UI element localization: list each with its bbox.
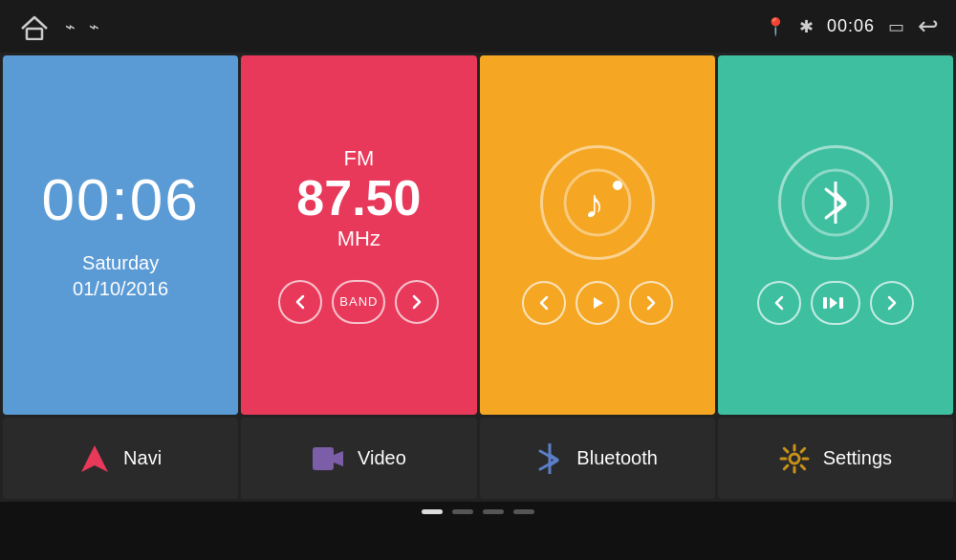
svg-rect-9 — [839, 297, 843, 309]
bluetooth-controls — [757, 281, 914, 325]
nav-settings-label: Settings — [823, 447, 892, 469]
music-prev-button[interactable] — [522, 281, 566, 325]
music-card[interactable]: ♪ — [480, 55, 715, 415]
nav-settings[interactable]: Settings — [718, 418, 953, 499]
bluetooth-status-icon: ✱ — [799, 16, 814, 37]
main-content: 00:06 Saturday 01/10/2016 FM 87.50 MHz B… — [0, 53, 956, 502]
nav-video-label: Video — [358, 447, 406, 469]
svg-marker-8 — [830, 297, 837, 309]
svg-point-3 — [613, 181, 622, 190]
music-controls — [522, 281, 673, 325]
svg-rect-7 — [823, 297, 827, 309]
clock-date: 01/10/2016 — [73, 278, 168, 300]
svg-text:♪: ♪ — [584, 182, 604, 226]
radio-prev-button[interactable] — [278, 280, 322, 324]
usb-icon-1: ⌁ — [65, 16, 76, 37]
radio-controls: BAND — [278, 280, 439, 324]
navi-icon — [79, 443, 110, 474]
clock-card[interactable]: 00:06 Saturday 01/10/2016 — [3, 55, 238, 415]
nav-bluetooth[interactable]: Bluetooth — [480, 418, 715, 499]
svg-rect-11 — [313, 447, 334, 470]
pagination-dot-3[interactable] — [483, 509, 504, 514]
fm-unit: MHz — [337, 226, 380, 251]
status-left: ⌁ ⌁ — [17, 13, 99, 40]
home-icon[interactable] — [17, 13, 52, 40]
nav-bluetooth-label: Bluetooth — [576, 447, 658, 469]
radio-band-button[interactable]: BAND — [332, 280, 385, 324]
back-button[interactable]: ↩ — [918, 11, 939, 41]
bt-next-button[interactable] — [870, 281, 914, 325]
bt-playpause-button[interactable] — [811, 281, 860, 325]
nav-row: Navi Video Bluetooth — [0, 418, 956, 502]
clock-day: Saturday — [82, 252, 159, 274]
music-play-button[interactable] — [576, 281, 619, 325]
video-icon — [312, 445, 344, 472]
bt-prev-button[interactable] — [757, 281, 801, 325]
status-bar: ⌁ ⌁ 📍 ✱ 00:06 ▭ ↩ — [0, 0, 956, 53]
svg-marker-12 — [334, 451, 343, 466]
pagination — [0, 502, 956, 521]
pagination-dot-2[interactable] — [452, 509, 473, 514]
fm-frequency: 87.50 — [296, 171, 421, 226]
nav-bluetooth-icon — [536, 442, 563, 475]
pagination-dot-1[interactable] — [422, 509, 443, 514]
music-icon-circle: ♪ — [540, 145, 655, 260]
fm-label: FM — [343, 146, 374, 171]
radio-next-button[interactable] — [395, 280, 439, 324]
clock-time: 00:06 — [42, 170, 200, 229]
location-icon: 📍 — [765, 16, 786, 37]
bluetooth-icon-circle — [778, 145, 893, 260]
settings-icon — [779, 443, 810, 474]
nav-video[interactable]: Video — [241, 418, 476, 499]
radio-card[interactable]: FM 87.50 MHz BAND — [241, 55, 476, 415]
usb-icon-2: ⌁ — [89, 16, 99, 37]
svg-rect-0 — [27, 29, 42, 39]
nav-navi[interactable]: Navi — [3, 418, 238, 499]
status-right: 📍 ✱ 00:06 ▭ ↩ — [765, 11, 939, 41]
svg-point-14 — [790, 454, 799, 463]
pagination-dot-4[interactable] — [513, 509, 534, 514]
cards-row: 00:06 Saturday 01/10/2016 FM 87.50 MHz B… — [0, 53, 956, 418]
svg-marker-10 — [81, 445, 108, 472]
status-time: 00:06 — [827, 16, 875, 36]
battery-icon: ▭ — [888, 16, 904, 37]
music-next-button[interactable] — [629, 281, 673, 325]
nav-navi-label: Navi — [123, 447, 162, 469]
svg-marker-4 — [594, 297, 603, 309]
band-label: BAND — [339, 294, 378, 309]
bluetooth-card[interactable] — [718, 55, 953, 415]
